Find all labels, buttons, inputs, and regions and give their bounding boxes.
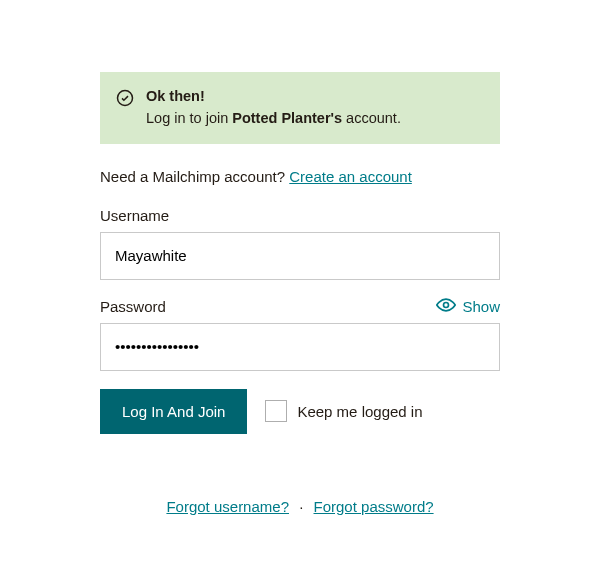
create-account-link[interactable]: Create an account xyxy=(289,168,412,185)
signup-prompt-row: Need a Mailchimp account? Create an acco… xyxy=(100,168,500,185)
footer-links: Forgot username? · Forgot password? xyxy=(100,498,500,515)
show-password-toggle[interactable]: Show xyxy=(436,298,500,315)
banner-body-suffix: account. xyxy=(342,110,401,126)
keep-logged-in-label: Keep me logged in xyxy=(297,403,422,420)
password-label: Password xyxy=(100,298,166,315)
forgot-username-link[interactable]: Forgot username? xyxy=(166,498,289,515)
footer-separator: · xyxy=(299,498,303,515)
banner-account-name: Potted Planter's xyxy=(232,110,342,126)
keep-logged-in-checkbox[interactable] xyxy=(265,400,287,422)
signup-prompt-text: Need a Mailchimp account? xyxy=(100,168,289,185)
password-field-group: Password Show xyxy=(100,298,500,371)
username-label: Username xyxy=(100,207,169,224)
action-row: Log In And Join Keep me logged in xyxy=(100,389,500,434)
eye-icon xyxy=(436,298,456,315)
checkmark-circle-icon xyxy=(116,89,134,111)
svg-point-0 xyxy=(118,91,133,106)
banner-body: Log in to join Potted Planter's account. xyxy=(146,108,401,130)
password-input[interactable] xyxy=(100,323,500,371)
keep-logged-in-wrap[interactable]: Keep me logged in xyxy=(265,400,422,422)
banner-text: Ok then! Log in to join Potted Planter's… xyxy=(146,86,401,130)
show-password-label: Show xyxy=(462,298,500,315)
forgot-password-link[interactable]: Forgot password? xyxy=(314,498,434,515)
success-banner: Ok then! Log in to join Potted Planter's… xyxy=(100,72,500,144)
banner-body-prefix: Log in to join xyxy=(146,110,232,126)
svg-point-1 xyxy=(444,302,449,307)
banner-title: Ok then! xyxy=(146,86,401,108)
username-field-group: Username xyxy=(100,207,500,280)
username-input[interactable] xyxy=(100,232,500,280)
login-join-button[interactable]: Log In And Join xyxy=(100,389,247,434)
